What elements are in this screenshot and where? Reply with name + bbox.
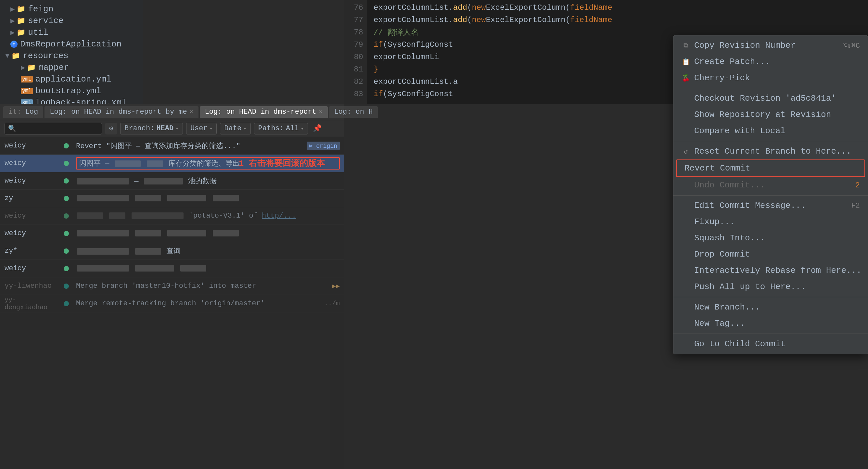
menu-item-compare-local[interactable]: Compare with Local bbox=[674, 123, 868, 139]
log-message bbox=[76, 264, 340, 273]
sidebar-item-service[interactable]: ▶ 📁 service bbox=[0, 15, 143, 27]
branch-filter[interactable]: Branch: HEAD ▾ bbox=[120, 123, 183, 134]
search-box[interactable]: 🔍 bbox=[4, 123, 102, 134]
log-message: 'potato-V3.1' of http/... bbox=[76, 212, 340, 220]
folder-icon: 📁 bbox=[17, 28, 25, 37]
log-author: weicy bbox=[4, 264, 57, 273]
menu-label: Reset Current Branch to Here... bbox=[694, 147, 851, 156]
file-tree: ▶ 📁 feign ▶ 📁 service ▶ 📁 util ⚙ DmsRepo… bbox=[0, 0, 143, 104]
tab-close-icon[interactable]: × bbox=[190, 109, 193, 115]
menu-label: Fixup... bbox=[694, 217, 735, 227]
search-input[interactable] bbox=[18, 124, 98, 133]
git-log-list: weicy Revert "闪图平 — 查询添加库存分类的筛选..." ⊳ or… bbox=[0, 137, 344, 312]
menu-label: Checkout Revision 'ad5c841a' bbox=[694, 94, 836, 103]
sidebar-item-label: util bbox=[28, 28, 48, 37]
settings-button[interactable]: ⚙ bbox=[105, 123, 117, 134]
log-row-1[interactable]: weicy 闪图平 — 库存分类的筛选、导出 1 右击将要回滚的版本 bbox=[0, 155, 344, 172]
sidebar-item-application-yml[interactable]: yml application.yml bbox=[0, 73, 143, 85]
yaml-icon: yml bbox=[21, 88, 33, 94]
menu-item-squash[interactable]: Squash Into... bbox=[674, 230, 868, 246]
sidebar-item-util[interactable]: ▶ 📁 util bbox=[0, 27, 143, 38]
log-message: — 池的数据 bbox=[76, 176, 340, 186]
log-row-3[interactable]: zy bbox=[0, 190, 344, 207]
menu-item-copy-revision[interactable]: ⧉ Copy Revision Number ⌥⇧⌘C bbox=[674, 37, 868, 54]
tab-log-head-byMe-full[interactable]: Log: on HEAD in dms-report by me × bbox=[44, 106, 198, 118]
log-tags: ../m bbox=[324, 300, 340, 307]
tab-log-head-byMe[interactable]: it: Log bbox=[3, 106, 43, 118]
folder-icon: 📁 bbox=[11, 52, 20, 60]
menu-item-reset-branch[interactable]: ↺ Reset Current Branch to Here... bbox=[674, 143, 868, 159]
folder-icon: 📁 bbox=[17, 5, 25, 13]
date-filter[interactable]: Date ▾ bbox=[220, 123, 250, 134]
pin-button[interactable]: 📌 bbox=[311, 123, 323, 134]
menu-item-go-to-child[interactable]: Go to Child Commit bbox=[674, 336, 868, 352]
chevron-down-icon: ▼ bbox=[5, 52, 9, 60]
log-row-5[interactable]: weicy bbox=[0, 225, 344, 242]
origin-tag: ⊳ origin bbox=[307, 142, 340, 150]
log-row-9[interactable]: yy-dengxiaohao Merge remote-tracking bra… bbox=[0, 295, 344, 312]
menu-label: Push All up to Here... bbox=[694, 282, 806, 292]
menu-item-show-repo[interactable]: Show Repository at Revision bbox=[674, 106, 868, 123]
log-row-8[interactable]: yy-liwenhao Merge branch 'master10-hotfi… bbox=[0, 277, 344, 295]
menu-label: Interactively Rebase from Here... bbox=[694, 266, 862, 275]
sidebar-item-resources[interactable]: ▼ 📁 resources bbox=[0, 50, 143, 62]
sidebar-item-label: mapper bbox=[38, 63, 69, 72]
log-message: Revert "闪图平 — 查询添加库存分类的筛选..." bbox=[76, 141, 307, 151]
menu-item-revert-commit[interactable]: Revert Commit bbox=[676, 159, 865, 177]
merge-tag: ../m bbox=[324, 300, 340, 307]
menu-item-cherry-pick[interactable]: 🍒 Cherry-Pick bbox=[674, 70, 868, 86]
sidebar-item-feign[interactable]: ▶ 📁 feign bbox=[0, 3, 143, 15]
menu-item-drop-commit[interactable]: Drop Commit bbox=[674, 246, 868, 262]
log-row-7[interactable]: weicy bbox=[0, 260, 344, 277]
menu-item-new-tag[interactable]: New Tag... bbox=[674, 315, 868, 332]
sidebar-item-dms-app[interactable]: ⚙ DmsReportApplication bbox=[0, 38, 143, 50]
tab-close-icon[interactable]: × bbox=[319, 109, 322, 115]
reset-icon: ↺ bbox=[681, 148, 690, 156]
sidebar-item-label: feign bbox=[28, 4, 53, 14]
log-message: Merge branch 'master10-hotfix' into mast… bbox=[76, 282, 332, 290]
menu-separator bbox=[674, 297, 868, 297]
menu-label: New Tag... bbox=[694, 319, 745, 329]
folder-icon: 📁 bbox=[17, 17, 25, 25]
chevron-right-icon: ▶ bbox=[10, 28, 14, 37]
log-row-4[interactable]: weicy 'potato-V3.1' of http/... bbox=[0, 207, 344, 225]
user-label: User bbox=[190, 124, 208, 132]
annotation-text: 1 右击将要回滚的版本 bbox=[239, 158, 325, 169]
menu-item-create-patch[interactable]: 📋 Create Patch... bbox=[674, 54, 868, 70]
tab-log-head[interactable]: Log: on HEAD in dms-report × bbox=[200, 106, 328, 118]
user-filter[interactable]: User ▾ bbox=[186, 123, 217, 134]
menu-item-edit-commit-msg[interactable]: Edit Commit Message... F2 bbox=[674, 197, 868, 214]
menu-label: Compare with Local bbox=[694, 126, 785, 136]
tab-bar: it: Log Log: on HEAD in dms-report by me… bbox=[0, 104, 344, 120]
log-graph bbox=[57, 301, 76, 306]
log-author: weicy bbox=[4, 229, 57, 238]
paths-value: All bbox=[286, 124, 299, 132]
menu-item-fixup[interactable]: Fixup... bbox=[674, 214, 868, 230]
log-graph bbox=[57, 266, 76, 271]
log-row-6[interactable]: zy* 查询 bbox=[0, 242, 344, 260]
chevron-down-icon: ▾ bbox=[243, 125, 247, 132]
menu-label: Show Repository at Revision bbox=[694, 110, 831, 120]
menu-label: Squash Into... bbox=[694, 233, 765, 243]
log-row-2[interactable]: weicy — 池的数据 bbox=[0, 172, 344, 190]
chevron-down-icon: ▾ bbox=[210, 125, 213, 132]
menu-item-checkout-revision[interactable]: Checkout Revision 'ad5c841a' bbox=[674, 90, 868, 106]
menu-item-new-branch[interactable]: New Branch... bbox=[674, 299, 868, 315]
log-graph bbox=[57, 231, 76, 236]
menu-item-push-all[interactable]: Push All up to Here... bbox=[674, 279, 868, 295]
yaml-icon: yml bbox=[21, 76, 33, 83]
menu-item-interactive-rebase[interactable]: Interactively Rebase from Here... bbox=[674, 262, 868, 279]
log-row-0[interactable]: weicy Revert "闪图平 — 查询添加库存分类的筛选..." ⊳ or… bbox=[0, 137, 344, 155]
log-graph bbox=[57, 196, 76, 201]
paths-filter[interactable]: Paths: All ▾ bbox=[254, 123, 308, 134]
menu-label: Cherry-Pick bbox=[694, 73, 750, 83]
chevron-down-icon: ▾ bbox=[176, 125, 179, 132]
tab-log-partial[interactable]: Log: on H bbox=[329, 106, 378, 118]
app-icon: ⚙ bbox=[10, 40, 18, 48]
sidebar-item-bootstrap-yml[interactable]: yml bootstrap.yml bbox=[0, 85, 143, 97]
menu-separator bbox=[674, 195, 868, 195]
sidebar-item-mapper[interactable]: ▶ 📁 mapper bbox=[0, 62, 143, 73]
log-author: weicy bbox=[4, 142, 57, 150]
sidebar-item-label: DmsReportApplication bbox=[20, 39, 122, 49]
menu-label: Undo Commit... bbox=[694, 180, 765, 190]
